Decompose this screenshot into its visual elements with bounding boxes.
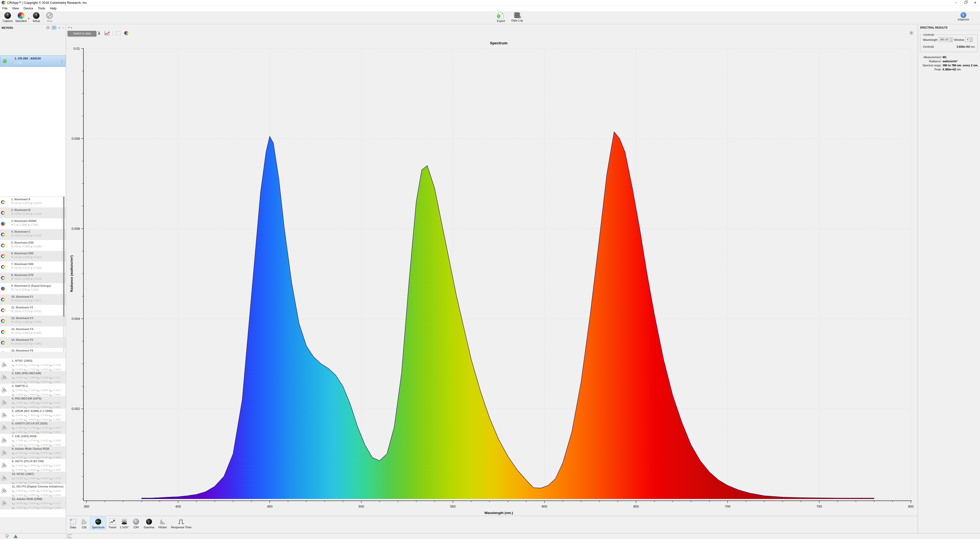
reference-item[interactable]: 11. Illuminant F2Y: 100 x: 0.3720 y: 0.3…: [0, 305, 65, 316]
svg-text:γ: γ: [148, 520, 150, 524]
reference-item[interactable]: 2. Illuminant BY: 100 x: 0.3484 y: 0.351…: [0, 207, 65, 218]
color-profile-item[interactable]: 6. UHDTV (ITU-R BT.2020)xR: 0.7080 xG: 0…: [0, 421, 65, 434]
references-scrollbar[interactable]: [63, 197, 65, 352]
stop-icon: [46, 12, 53, 19]
capture-button[interactable]: Capture: [2, 12, 14, 22]
meters-history-clock-icon[interactable]: [46, 26, 49, 29]
reference-values: Y: 100 x: 0.3100 y: 0.3162: [11, 234, 41, 237]
reference-item[interactable]: 7. Illuminant D65Y: 100 x: 0.3127 y: 0.3…: [0, 261, 65, 272]
grid-toggle-icon[interactable]: [115, 30, 121, 36]
tab-response-time[interactable]: Response Time: [169, 517, 193, 529]
meter-item[interactable]: 1. CR-250 - A00134 COM6 ❯: [0, 56, 65, 67]
chart-options-asterisk-icon[interactable]: [908, 30, 914, 36]
color-profile-item[interactable]: 1. NTSC (1953)xR: 0.6700 xG: 0.2100 xB: …: [0, 358, 65, 371]
reference-item[interactable]: 5. Illuminant D50Y: 100 x: 0.3456 y: 0.3…: [0, 240, 65, 251]
close-button[interactable]: ✕: [970, 0, 980, 5]
sidebar: METERS + − 1. CR-250 - A00134 COM6 ❯ REF…: [0, 24, 65, 533]
x-tick-label: 500: [359, 504, 364, 509]
reference-item[interactable]: 1. Illuminant AY: 100 x: 0.4475 y: 0.407…: [0, 197, 65, 207]
color-profile-item[interactable]: 7. CIE (1931) RGBxR: 0.7350 xG: 0.2740 x…: [0, 434, 65, 447]
color-profile-item[interactable]: 12. Adobe RGB (1998)xR: 0.6400 xG: 0.210…: [0, 497, 65, 509]
tab-gamma[interactable]: γGamma: [142, 517, 156, 529]
tab-flicker[interactable]: Flicker: [156, 517, 169, 529]
color-profile-item[interactable]: 2. EBU (PAL/SECAM)xR: 0.6400 xG: 0.2900 …: [0, 371, 65, 383]
minimize-button[interactable]: –: [951, 0, 961, 5]
reference-item[interactable]: 4. Illuminant CY: 100 x: 0.3100 y: 0.316…: [0, 229, 65, 240]
menu-tools[interactable]: Tools: [35, 6, 48, 10]
wavelength-spin-up[interactable]: ▲: [950, 38, 953, 40]
gamut-triangle-icon[interactable]: [13, 534, 18, 539]
lightbulb-icon[interactable]: [5, 534, 9, 539]
inspector-button[interactable]: i Inspector: [958, 12, 969, 21]
trend-chart-icon[interactable]: [104, 30, 110, 36]
y-tick-label: 0.006: [72, 227, 80, 231]
centroid-groupbox: Centroid Wavelength 380.00 ▲▼ Window 4 ▲…: [920, 35, 978, 52]
reference-item[interactable]: 13. Illuminant F4Y: 100 x: 0.4401 y: 0.4…: [0, 326, 65, 337]
profile-label: 9. HDTV (ITU-R BT.709): [12, 460, 44, 463]
centroid-value: 3.836e+02: [956, 45, 970, 48]
wavelength-spinbox[interactable]: 380.00 ▲▼: [939, 38, 953, 42]
reference-item[interactable]: 12. Illuminant F3Y: 100 x: 0.4090 y: 0.3…: [0, 316, 65, 326]
references-scroll-thumb[interactable]: [63, 197, 65, 316]
reference-label: 1. Illuminant A: [11, 198, 30, 201]
colorize-icon[interactable]: [124, 30, 129, 36]
data-log-button[interactable]: ⚙ Data Log: [510, 12, 524, 22]
window-spin-down[interactable]: ▼: [969, 40, 972, 42]
meters-gauge-icon[interactable]: [52, 26, 56, 30]
tab-label: Flicker: [158, 526, 167, 529]
color-wheel-icon: [1, 319, 5, 323]
tab-trend[interactable]: Trend: [107, 517, 118, 529]
menu-device[interactable]: Device: [21, 6, 35, 10]
lambda-icon[interactable]: λ: [96, 30, 102, 36]
menu-help[interactable]: Help: [48, 6, 59, 10]
meters-add-button[interactable]: +: [59, 26, 60, 30]
reference-item[interactable]: 3. Illuminant 9300KY: 1 x: 0.2848 y: 0.2…: [0, 218, 65, 229]
color-profile-item[interactable]: 9. HDTV (ITU-R BT.709)xR: 0.6400 xG: 0.3…: [0, 459, 65, 471]
statusbar: ←: [0, 533, 980, 539]
standard-button[interactable]: Standard: [14, 12, 27, 22]
menu-file[interactable]: File: [0, 6, 10, 10]
tab-spectrum[interactable]: Spectrum: [90, 517, 106, 529]
reference-values: Y: 100 x: 0.3137 y: 0.3452: [11, 342, 41, 345]
reference-label: 2. Illuminant B: [11, 208, 30, 211]
setup-button[interactable]: Setup: [30, 12, 42, 22]
color-profile-item[interactable]: 11. DCI P3 (Digital Cinema Initiatives)x…: [0, 484, 65, 497]
color-profile-item[interactable]: 8. Adobe Wide Gamut RGBxR: 0.7350 xG: 0.…: [0, 447, 65, 459]
profile-values: xR: 0.6300 xG: 0.3100 xB: 0.1550 xW: 0.3…: [12, 388, 61, 397]
menu-view[interactable]: View: [10, 6, 21, 10]
reference-item[interactable]: 9. Illuminant E (Equal Energy)Y: 1 x: 0.…: [0, 283, 65, 294]
export-button[interactable]: Export: [495, 12, 508, 22]
meters-remove-button[interactable]: −: [62, 26, 64, 30]
color-wheel-icon: [1, 233, 5, 237]
color-wheel-icon: [1, 243, 5, 247]
color-profile-item[interactable]: 10. NTSC (1987)xR: 0.6300 xG: 0.3100 xB:…: [0, 472, 65, 484]
spectral-results-title: SPECTRAL RESULTS: [920, 26, 948, 29]
wavelength-spin-down[interactable]: ▼: [950, 40, 953, 42]
color-profile-item[interactable]: 4. PAL/SECAM (1970)xR: 0.6400 xG: 0.2900…: [0, 396, 65, 409]
tab-data[interactable]: Data: [68, 517, 78, 529]
tab-l-a-b-[interactable]: L*a*b*: [118, 517, 130, 529]
profile-label: 2. EBU (PAL/SECAM): [12, 372, 41, 375]
standard-dropdown-caret[interactable]: ▾: [28, 17, 29, 20]
window-spin-up[interactable]: ▲: [969, 38, 972, 40]
add-view-button[interactable]: + ▾: [68, 25, 72, 29]
reference-values: Y: 100 x: 0.2990 y: 0.3148: [11, 278, 41, 280]
color-profile-item[interactable]: 3. SMPTE-CxR: 0.6300 xG: 0.3100 xB: 0.15…: [0, 384, 65, 396]
reference-item[interactable]: 10. Illuminant F1Y: 100 x: 0.3130 y: 0.3…: [0, 294, 65, 305]
tab-cri[interactable]: CRI: [130, 517, 142, 529]
reference-item[interactable]: 15. Illuminant F6Y: 100 x: 0.3778 y: 0.3…: [0, 348, 65, 352]
profile-values: xR: 0.6700 xG: 0.2100 xB: 0.1400 xW: 0.3…: [12, 363, 61, 372]
reference-item[interactable]: 6. Illuminant D55Y: 100 x: 0.3323 y: 0.3…: [0, 251, 65, 261]
tab-label: Gamma: [144, 526, 154, 529]
gamut-triangle-icon: [1, 499, 8, 506]
window-spinbox[interactable]: 4 ▲▼: [965, 38, 973, 42]
spectrum-chart[interactable]: Spectrum3504004505005506006507007508000.…: [66, 38, 918, 516]
tab-label: L*a*b*: [120, 526, 129, 529]
stop-button[interactable]: Stop: [44, 12, 55, 22]
tab-cie[interactable]: CIE: [79, 517, 89, 529]
reference-item[interactable]: 8. Illuminant D75Y: 100 x: 0.2990 y: 0.3…: [0, 272, 65, 283]
restore-button[interactable]: [961, 0, 970, 5]
color-profile-item[interactable]: 5. sRGB (IEC 61966-2-1:1999)xR: 0.6400 x…: [0, 409, 65, 421]
reference-item[interactable]: 14. Illuminant F5Y: 100 x: 0.3137 y: 0.3…: [0, 337, 65, 348]
collapse-panel-icon[interactable]: ←: [68, 534, 72, 538]
